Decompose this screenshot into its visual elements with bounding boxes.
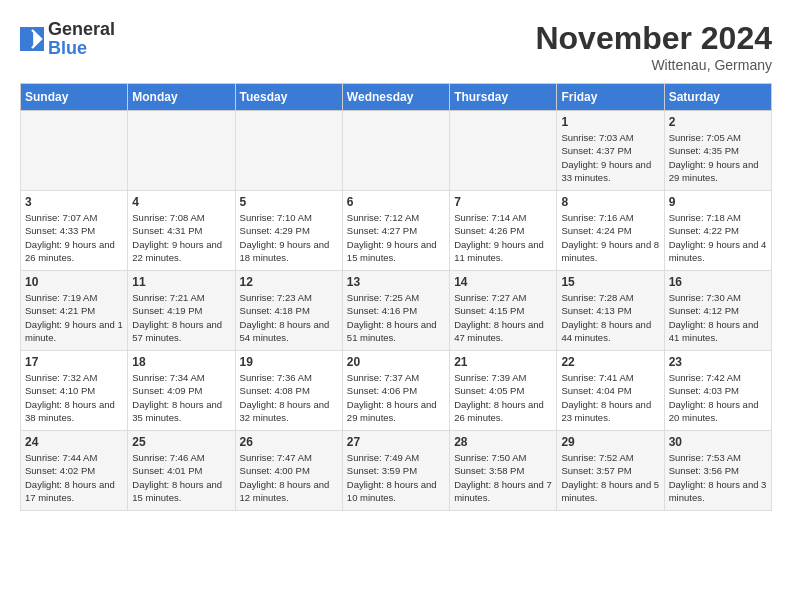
day-info: Sunrise: 7:16 AM Sunset: 4:24 PM Dayligh… [561, 211, 659, 264]
day-number: 17 [25, 355, 123, 369]
logo-text: General Blue [48, 20, 115, 58]
day-info: Sunrise: 7:39 AM Sunset: 4:05 PM Dayligh… [454, 371, 552, 424]
day-header-wednesday: Wednesday [342, 84, 449, 111]
logo: General Blue [20, 20, 115, 58]
day-info: Sunrise: 7:46 AM Sunset: 4:01 PM Dayligh… [132, 451, 230, 504]
calendar-cell: 14Sunrise: 7:27 AM Sunset: 4:15 PM Dayli… [450, 271, 557, 351]
calendar-cell: 29Sunrise: 7:52 AM Sunset: 3:57 PM Dayli… [557, 431, 664, 511]
day-info: Sunrise: 7:49 AM Sunset: 3:59 PM Dayligh… [347, 451, 445, 504]
day-number: 2 [669, 115, 767, 129]
day-number: 16 [669, 275, 767, 289]
calendar-cell: 30Sunrise: 7:53 AM Sunset: 3:56 PM Dayli… [664, 431, 771, 511]
calendar-cell: 10Sunrise: 7:19 AM Sunset: 4:21 PM Dayli… [21, 271, 128, 351]
day-number: 25 [132, 435, 230, 449]
location: Wittenau, Germany [535, 57, 772, 73]
calendar-cell [235, 111, 342, 191]
day-header-saturday: Saturday [664, 84, 771, 111]
day-number: 7 [454, 195, 552, 209]
day-info: Sunrise: 7:23 AM Sunset: 4:18 PM Dayligh… [240, 291, 338, 344]
day-number: 1 [561, 115, 659, 129]
day-info: Sunrise: 7:12 AM Sunset: 4:27 PM Dayligh… [347, 211, 445, 264]
calendar-cell: 3Sunrise: 7:07 AM Sunset: 4:33 PM Daylig… [21, 191, 128, 271]
calendar-cell: 27Sunrise: 7:49 AM Sunset: 3:59 PM Dayli… [342, 431, 449, 511]
day-number: 27 [347, 435, 445, 449]
day-header-friday: Friday [557, 84, 664, 111]
calendar-cell: 28Sunrise: 7:50 AM Sunset: 3:58 PM Dayli… [450, 431, 557, 511]
calendar-week-2: 3Sunrise: 7:07 AM Sunset: 4:33 PM Daylig… [21, 191, 772, 271]
calendar-cell [450, 111, 557, 191]
day-header-tuesday: Tuesday [235, 84, 342, 111]
calendar-cell: 24Sunrise: 7:44 AM Sunset: 4:02 PM Dayli… [21, 431, 128, 511]
day-number: 23 [669, 355, 767, 369]
day-number: 5 [240, 195, 338, 209]
day-info: Sunrise: 7:05 AM Sunset: 4:35 PM Dayligh… [669, 131, 767, 184]
calendar-week-3: 10Sunrise: 7:19 AM Sunset: 4:21 PM Dayli… [21, 271, 772, 351]
day-number: 3 [25, 195, 123, 209]
calendar-cell: 21Sunrise: 7:39 AM Sunset: 4:05 PM Dayli… [450, 351, 557, 431]
day-info: Sunrise: 7:52 AM Sunset: 3:57 PM Dayligh… [561, 451, 659, 504]
calendar-week-5: 24Sunrise: 7:44 AM Sunset: 4:02 PM Dayli… [21, 431, 772, 511]
day-number: 22 [561, 355, 659, 369]
day-info: Sunrise: 7:47 AM Sunset: 4:00 PM Dayligh… [240, 451, 338, 504]
day-header-monday: Monday [128, 84, 235, 111]
day-info: Sunrise: 7:10 AM Sunset: 4:29 PM Dayligh… [240, 211, 338, 264]
calendar-cell: 26Sunrise: 7:47 AM Sunset: 4:00 PM Dayli… [235, 431, 342, 511]
day-info: Sunrise: 7:03 AM Sunset: 4:37 PM Dayligh… [561, 131, 659, 184]
day-number: 21 [454, 355, 552, 369]
calendar-cell: 19Sunrise: 7:36 AM Sunset: 4:08 PM Dayli… [235, 351, 342, 431]
day-info: Sunrise: 7:53 AM Sunset: 3:56 PM Dayligh… [669, 451, 767, 504]
day-number: 11 [132, 275, 230, 289]
day-info: Sunrise: 7:14 AM Sunset: 4:26 PM Dayligh… [454, 211, 552, 264]
day-info: Sunrise: 7:19 AM Sunset: 4:21 PM Dayligh… [25, 291, 123, 344]
day-info: Sunrise: 7:08 AM Sunset: 4:31 PM Dayligh… [132, 211, 230, 264]
calendar-table: SundayMondayTuesdayWednesdayThursdayFrid… [20, 83, 772, 511]
day-info: Sunrise: 7:36 AM Sunset: 4:08 PM Dayligh… [240, 371, 338, 424]
calendar-cell: 2Sunrise: 7:05 AM Sunset: 4:35 PM Daylig… [664, 111, 771, 191]
calendar-week-4: 17Sunrise: 7:32 AM Sunset: 4:10 PM Dayli… [21, 351, 772, 431]
calendar-cell: 23Sunrise: 7:42 AM Sunset: 4:03 PM Dayli… [664, 351, 771, 431]
svg-rect-0 [20, 27, 32, 51]
calendar-cell: 5Sunrise: 7:10 AM Sunset: 4:29 PM Daylig… [235, 191, 342, 271]
day-number: 26 [240, 435, 338, 449]
day-number: 30 [669, 435, 767, 449]
calendar-cell: 16Sunrise: 7:30 AM Sunset: 4:12 PM Dayli… [664, 271, 771, 351]
calendar-cell: 8Sunrise: 7:16 AM Sunset: 4:24 PM Daylig… [557, 191, 664, 271]
day-header-sunday: Sunday [21, 84, 128, 111]
calendar-cell [128, 111, 235, 191]
calendar-cell: 22Sunrise: 7:41 AM Sunset: 4:04 PM Dayli… [557, 351, 664, 431]
day-info: Sunrise: 7:34 AM Sunset: 4:09 PM Dayligh… [132, 371, 230, 424]
day-number: 24 [25, 435, 123, 449]
day-number: 12 [240, 275, 338, 289]
calendar-cell: 1Sunrise: 7:03 AM Sunset: 4:37 PM Daylig… [557, 111, 664, 191]
day-info: Sunrise: 7:37 AM Sunset: 4:06 PM Dayligh… [347, 371, 445, 424]
logo-general: General [48, 19, 115, 39]
day-number: 15 [561, 275, 659, 289]
calendar-header-row: SundayMondayTuesdayWednesdayThursdayFrid… [21, 84, 772, 111]
day-info: Sunrise: 7:30 AM Sunset: 4:12 PM Dayligh… [669, 291, 767, 344]
day-number: 28 [454, 435, 552, 449]
day-info: Sunrise: 7:18 AM Sunset: 4:22 PM Dayligh… [669, 211, 767, 264]
month-title: November 2024 [535, 20, 772, 57]
logo-icon [20, 27, 44, 51]
calendar-cell: 13Sunrise: 7:25 AM Sunset: 4:16 PM Dayli… [342, 271, 449, 351]
calendar-cell: 17Sunrise: 7:32 AM Sunset: 4:10 PM Dayli… [21, 351, 128, 431]
calendar-cell: 4Sunrise: 7:08 AM Sunset: 4:31 PM Daylig… [128, 191, 235, 271]
calendar-cell [342, 111, 449, 191]
page-header: General Blue November 2024 Wittenau, Ger… [20, 20, 772, 73]
day-number: 13 [347, 275, 445, 289]
day-info: Sunrise: 7:28 AM Sunset: 4:13 PM Dayligh… [561, 291, 659, 344]
day-number: 10 [25, 275, 123, 289]
day-info: Sunrise: 7:25 AM Sunset: 4:16 PM Dayligh… [347, 291, 445, 344]
day-info: Sunrise: 7:41 AM Sunset: 4:04 PM Dayligh… [561, 371, 659, 424]
day-number: 29 [561, 435, 659, 449]
day-info: Sunrise: 7:50 AM Sunset: 3:58 PM Dayligh… [454, 451, 552, 504]
calendar-cell [21, 111, 128, 191]
day-number: 6 [347, 195, 445, 209]
calendar-cell: 12Sunrise: 7:23 AM Sunset: 4:18 PM Dayli… [235, 271, 342, 351]
day-number: 8 [561, 195, 659, 209]
day-number: 14 [454, 275, 552, 289]
calendar-cell: 11Sunrise: 7:21 AM Sunset: 4:19 PM Dayli… [128, 271, 235, 351]
day-info: Sunrise: 7:21 AM Sunset: 4:19 PM Dayligh… [132, 291, 230, 344]
calendar-cell: 7Sunrise: 7:14 AM Sunset: 4:26 PM Daylig… [450, 191, 557, 271]
calendar-cell: 9Sunrise: 7:18 AM Sunset: 4:22 PM Daylig… [664, 191, 771, 271]
